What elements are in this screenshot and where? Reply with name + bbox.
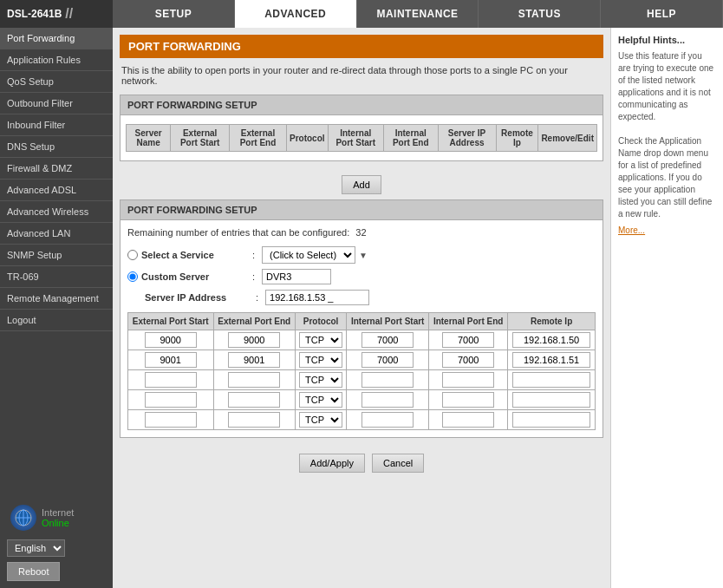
tab-status[interactable]: STATUS	[479, 0, 601, 28]
setup-form: Remaining number of entries that can be …	[120, 220, 602, 437]
sidebar-bottom: Internet Online English Reboot	[0, 494, 113, 588]
tab-help[interactable]: HELP	[601, 0, 723, 28]
int-start-input-0[interactable]	[362, 332, 414, 348]
sidebar-item-inbound-filter[interactable]: Inbound Filter	[0, 114, 113, 136]
content-area: PORT FORWARDING This is the ability to o…	[113, 28, 610, 588]
int-start-input-3[interactable]	[362, 392, 414, 408]
remote-ip-input-1[interactable]	[512, 352, 590, 368]
entry-row: TCPUDPBoth	[128, 410, 596, 430]
port-forwarding-setup-section: PORT FORWARDING SETUP Remaining number o…	[120, 199, 603, 438]
ext-end-input-1[interactable]	[228, 352, 280, 368]
sidebar-item-outbound-filter[interactable]: Outbound Filter	[0, 93, 113, 114]
sidebar-item-firewall-dmz[interactable]: Firewall & DMZ	[0, 158, 113, 180]
internet-online-status: Online	[42, 518, 74, 528]
int-start-input-4[interactable]	[362, 412, 414, 428]
remote-ip-input-2[interactable]	[512, 372, 590, 388]
sidebar-item-snmp-setup[interactable]: SNMP Setup	[0, 245, 113, 266]
logo-model: DSL-2641B	[7, 8, 62, 20]
entry-row: TCPUDPBoth	[128, 330, 596, 350]
port-forwarding-table-section: PORT FORWARDING SETUP Server Name Extern…	[120, 95, 603, 161]
col-int-port-start: Internal Port Start	[328, 125, 383, 152]
help-panel: Helpful Hints... Use this feature if you…	[610, 28, 723, 588]
sidebar-item-qos-setup[interactable]: QoS Setup	[0, 71, 113, 93]
remote-ip-input-3[interactable]	[512, 392, 590, 408]
more-link[interactable]: More...	[618, 225, 716, 235]
sidebar-item-advanced-wireless[interactable]: Advanced Wireless	[0, 201, 113, 223]
entry-col-remote-ip: Remote Ip	[508, 313, 596, 330]
entry-col-ext-end: External Port End	[213, 313, 295, 330]
language-select[interactable]: English	[7, 539, 65, 557]
int-start-input-1[interactable]	[362, 352, 414, 368]
section2-title: PORT FORWARDING SETUP	[120, 200, 602, 220]
tab-maintenance[interactable]: MAINTENANCE	[357, 0, 479, 28]
select-service-radio[interactable]	[127, 250, 138, 260]
remaining-text: Remaining number of entries that can be …	[127, 227, 596, 238]
col-ext-port-end: External Port End	[230, 125, 287, 152]
sidebar-item-port-forwarding[interactable]: Port Forwarding	[0, 28, 113, 49]
ext-start-input-2[interactable]	[145, 372, 197, 388]
add-button-row: Add	[120, 170, 603, 199]
int-start-input-2[interactable]	[362, 372, 414, 388]
ext-end-input-3[interactable]	[228, 392, 280, 408]
int-end-input-0[interactable]	[442, 332, 494, 348]
colon1: :	[252, 250, 255, 260]
tab-advanced[interactable]: ADVANCED	[235, 0, 357, 28]
ext-end-input-4[interactable]	[228, 412, 280, 428]
entry-table: External Port Start External Port End Pr…	[127, 312, 596, 430]
protocol-select-4[interactable]: TCPUDPBoth	[299, 412, 342, 428]
col-remote-ip: Remote Ip	[496, 125, 538, 152]
server-ip-label: Server IP Address	[145, 292, 249, 303]
int-end-input-3[interactable]	[442, 392, 494, 408]
custom-server-row: Custom Server :	[127, 269, 596, 284]
sidebar-item-tr069[interactable]: TR-069	[0, 266, 113, 288]
protocol-select-1[interactable]: TCPUDPBoth	[299, 352, 342, 368]
cancel-button[interactable]: Cancel	[372, 454, 424, 473]
sidebar-item-advanced-lan[interactable]: Advanced LAN	[0, 223, 113, 245]
entry-row: TCPUDPBoth	[128, 350, 596, 370]
service-dropdown[interactable]: (Click to Select)	[262, 246, 355, 264]
language-selector-wrap: English	[7, 539, 106, 557]
sidebar-item-application-rules[interactable]: Application Rules	[0, 49, 113, 71]
col-remove-edit: Remove/Edit	[538, 125, 597, 152]
server-ip-row: Server IP Address :	[127, 290, 596, 305]
page-title: PORT FORWARDING	[120, 35, 603, 58]
add-apply-button[interactable]: Add/Apply	[299, 454, 365, 473]
tab-setup[interactable]: SETUP	[113, 0, 235, 28]
ext-start-input-3[interactable]	[145, 392, 197, 408]
entry-col-protocol: Protocol	[295, 313, 346, 330]
colon3: :	[256, 292, 258, 303]
col-ext-port-start: External Port Start	[171, 125, 230, 152]
custom-server-input[interactable]	[262, 269, 331, 284]
int-end-input-1[interactable]	[442, 352, 494, 368]
ext-end-input-2[interactable]	[228, 372, 280, 388]
ext-start-input-0[interactable]	[145, 332, 197, 348]
internet-icon	[10, 505, 36, 531]
add-button[interactable]: Add	[342, 175, 381, 194]
remaining-label: Remaining number of entries that can be …	[127, 227, 349, 238]
sidebar-item-logout[interactable]: Logout	[0, 310, 113, 331]
internet-status-badge: Internet Online	[7, 501, 106, 534]
col-server-name: Server Name	[127, 125, 171, 152]
internet-label: Internet	[42, 507, 74, 518]
colon2: :	[252, 271, 255, 282]
int-end-input-2[interactable]	[442, 372, 494, 388]
content-inner: PORT FORWARDING This is the ability to o…	[113, 28, 610, 487]
custom-server-radio[interactable]	[127, 271, 138, 282]
col-server-ip: Server IP Address	[438, 125, 496, 152]
ext-start-input-4[interactable]	[145, 412, 197, 428]
remote-ip-input-4[interactable]	[512, 412, 590, 428]
server-ip-input[interactable]	[265, 290, 369, 305]
int-end-input-4[interactable]	[442, 412, 494, 428]
remaining-count: 32	[355, 227, 366, 238]
ext-start-input-1[interactable]	[145, 352, 197, 368]
sidebar-item-remote-management[interactable]: Remote Management	[0, 288, 113, 310]
protocol-select-3[interactable]: TCPUDPBoth	[299, 392, 342, 408]
protocol-select-0[interactable]: TCPUDPBoth	[299, 332, 342, 348]
sidebar-item-advanced-adsl[interactable]: Advanced ADSL	[0, 180, 113, 201]
ext-end-input-0[interactable]	[228, 332, 280, 348]
remote-ip-input-0[interactable]	[512, 332, 590, 348]
sidebar-item-dns-setup[interactable]: DNS Setup	[0, 136, 113, 158]
protocol-select-2[interactable]: TCPUDPBoth	[299, 372, 342, 388]
entry-col-int-end: Internal Port End	[429, 313, 508, 330]
reboot-button[interactable]: Reboot	[7, 562, 60, 581]
